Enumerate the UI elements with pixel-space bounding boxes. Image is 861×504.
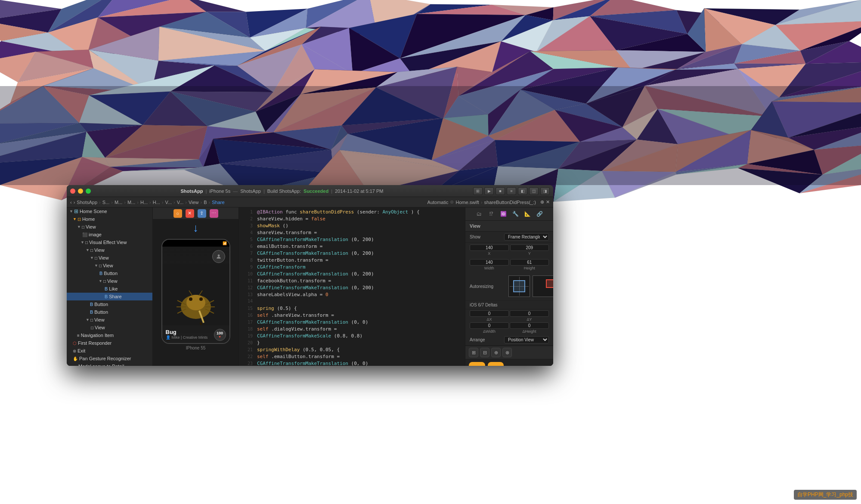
sidebar-item-view3[interactable]: ▼ □ View (67, 254, 152, 262)
minimize-button[interactable] (78, 189, 83, 194)
delta-w-field[interactable] (470, 322, 509, 329)
breadcrumb-share[interactable]: Share (212, 200, 224, 205)
inspector-tab-identity[interactable]: 🆔 (499, 209, 508, 219)
inspector-tab-connections[interactable]: 🔗 (535, 209, 544, 219)
inspector-section-view: View (465, 221, 553, 232)
home-swift-file[interactable]: Home.swift (455, 200, 479, 205)
autoresizing-label: Autoresizing (470, 284, 504, 289)
close-button[interactable] (70, 189, 75, 194)
svg-point-5 (199, 297, 203, 301)
inspector-toolbar-btn1[interactable]: ⊞ (469, 348, 478, 357)
code-line-17: 17 CGAffineTransformMakeTranslation (0, … (239, 319, 465, 326)
user-avatar[interactable] (212, 250, 225, 263)
sidebar-item-button[interactable]: B Button (67, 269, 152, 277)
sidebar-item-navigation-item[interactable]: ≡ Navigation Item (67, 331, 152, 339)
delta-h-field[interactable] (510, 322, 549, 329)
arrange-select[interactable]: Position View (504, 336, 549, 343)
xy-coord-grid: X Y (465, 243, 553, 257)
delta-x-cell: ΔX (470, 310, 509, 322)
height-field[interactable] (510, 259, 549, 266)
sidebar-item-view5[interactable]: ▼ □ View (67, 277, 152, 285)
inspector-toolbar-btn4[interactable]: ⊗ (502, 348, 512, 357)
main-content: ▼ ⊞ Home Scene ▼ ⊡ Home ▼ □ View ⬛ (67, 207, 553, 366)
breadcrumb-v1[interactable]: V... (165, 200, 172, 205)
sidebar-item-view6[interactable]: ▼ □ View (67, 316, 152, 324)
code-line-22: 22 self .emailButton.transform = (239, 354, 465, 361)
code-editor[interactable]: 1 @IBAction func shareButtonDidPress (se… (239, 207, 465, 366)
close-file-btn[interactable]: ✕ (546, 199, 550, 205)
nav-forward[interactable]: › (74, 200, 75, 205)
nav-back[interactable]: ‹ (70, 200, 72, 205)
grid-view-btn[interactable]: ⊞ (473, 187, 483, 195)
wh-coord-grid: Width Height (465, 257, 553, 272)
x-field[interactable] (470, 244, 509, 251)
sidebar-item-exit[interactable]: ⊗ Exit (67, 347, 152, 355)
breadcrumb-m1[interactable]: M... (115, 200, 122, 205)
code-line-19: 19 CGAffineTransformMakeScale (0.8, 0.8) (239, 333, 465, 340)
breadcrumb-shotsapp[interactable]: ShotsApp (77, 200, 97, 205)
center-panel-btn[interactable]: ◫ (529, 187, 539, 195)
method-link[interactable]: shareButtonDidPress(_:) (484, 200, 536, 205)
right-panel-btn[interactable]: ◨ (540, 187, 550, 195)
breadcrumb-b[interactable]: B (204, 200, 207, 205)
sidebar-item-share[interactable]: B Share (67, 293, 152, 300)
y-field[interactable] (510, 244, 549, 251)
code-line-20: 20 } (239, 340, 465, 347)
preview-icon-menu[interactable]: ⋯ (210, 209, 218, 218)
iphone-card: Bug 👤 Mike | Creative Mints 100 ♥ (162, 325, 229, 343)
preview-toolbar: ○ ✕ ⇪ ⋯ (153, 207, 238, 220)
left-panel-btn[interactable]: ◧ (518, 187, 527, 195)
delta-y-field[interactable] (510, 310, 549, 317)
sidebar-item-visual-effect-view[interactable]: ▼ □ Visual Effect View (67, 238, 152, 246)
arrange-label: Arrange (470, 337, 504, 342)
widget-play-btn[interactable] (488, 362, 504, 366)
code-line-8: 8 twitterButton.transform = (239, 257, 465, 264)
add-btn[interactable]: ⊕ (540, 199, 544, 205)
iphone-frame: 📶 (161, 239, 230, 344)
code-line-11: 11 facebookButton.transform = (239, 278, 465, 285)
sidebar-item-home[interactable]: ▼ ⊡ Home (67, 215, 152, 223)
play-btn[interactable]: ▶ (484, 187, 494, 195)
inspector-toolbar-btn3[interactable]: ⊕ (491, 348, 501, 357)
preview-icon-share[interactable]: ⇪ (198, 209, 206, 218)
widget-yellow-btn[interactable] (469, 362, 485, 366)
inspector-tab-size[interactable]: 📐 (523, 209, 532, 219)
sidebar-item-modal-segue[interactable]: → Modal segue to Detail (67, 362, 152, 366)
sidebar-item-view7[interactable]: □ View (67, 324, 152, 331)
sidebar-item-image[interactable]: ⬛ image (67, 231, 152, 238)
sidebar-item-view[interactable]: ▼ □ View (67, 223, 152, 231)
preview-icon-red[interactable]: ✕ (186, 209, 194, 218)
preview-icon-orange[interactable]: ○ (173, 209, 182, 218)
sidebar-item-home-scene[interactable]: ▼ ⊞ Home Scene (67, 207, 152, 215)
inspector-tab-attr[interactable]: 🔧 (511, 209, 520, 219)
scheme-btn[interactable]: ≡ (507, 187, 516, 195)
project-name: ShotsApp (240, 189, 261, 194)
label-button[interactable]: Label (506, 365, 526, 366)
show-select[interactable]: Frame Rectangle (504, 233, 549, 241)
delta-x-field[interactable] (470, 310, 509, 317)
width-field[interactable] (470, 259, 509, 266)
breadcrumb-m2[interactable]: M... (127, 200, 135, 205)
sidebar-item-view2[interactable]: ▼ □ View (67, 246, 152, 254)
nav-bar: ‹ › ShotsApp › S... › M... › M... › H...… (67, 197, 553, 207)
sidebar-item-first-responder[interactable]: ⬡ First Responder (67, 339, 152, 347)
breadcrumb-s[interactable]: S... (102, 200, 110, 205)
sidebar-item-button2[interactable]: B Button (67, 300, 152, 308)
stop-btn[interactable]: ■ (496, 187, 505, 195)
inspector-tab-file[interactable]: 🗂 (474, 209, 484, 219)
button-button[interactable]: Button (528, 365, 550, 366)
breadcrumb-v2[interactable]: V... (177, 200, 184, 205)
sidebar-item-view4[interactable]: ▼ □ View (67, 262, 152, 269)
breadcrumb-view[interactable]: View (189, 200, 199, 205)
delta-y-label: ΔY (527, 317, 532, 322)
maximize-button[interactable] (86, 189, 91, 194)
sidebar-item-pan-gesture[interactable]: ✋ Pan Gesture Recognizer (67, 355, 152, 362)
breadcrumb-h2[interactable]: H... (153, 200, 160, 205)
delta-h-label: ΔHeight (522, 329, 536, 334)
inspector-tab-quick[interactable]: ⁉ (486, 209, 496, 219)
breadcrumb-h1[interactable]: H... (140, 200, 148, 205)
inspector-toolbar-btn2[interactable]: ⊟ (480, 348, 489, 357)
code-line-18: 18 self .dialogView.transform = (239, 326, 465, 333)
sidebar-item-button3[interactable]: B Button (67, 308, 152, 316)
sidebar-item-like[interactable]: B Like (67, 285, 152, 293)
